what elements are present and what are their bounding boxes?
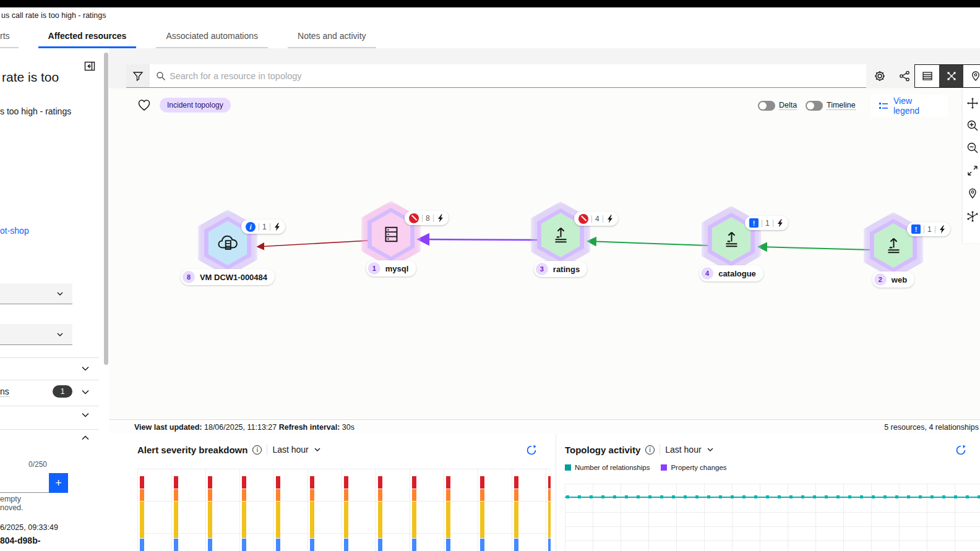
topology-canvas[interactable]: Incident topology Delta Timeline View le… (109, 88, 980, 419)
map-pin-icon (970, 70, 980, 82)
layout-icon[interactable] (966, 210, 979, 223)
divider (0, 406, 99, 406)
legend-item: Number of relationships (565, 464, 650, 471)
list-view-icon (922, 70, 933, 82)
search-input[interactable] (170, 64, 850, 87)
incident-subtitle-fragment: s too high - ratings (0, 106, 71, 116)
legend-swatch (661, 464, 667, 471)
count-badge: 1 (53, 385, 72, 398)
time-range-value: Last hour (665, 445, 701, 455)
view-switcher (914, 64, 980, 88)
node-label[interactable]: 3 ratings (534, 261, 587, 277)
tab-alerts[interactable]: rts (0, 25, 19, 48)
information-icon: ! (749, 218, 759, 228)
node-label[interactable]: 1 mysql (366, 260, 416, 276)
tag-input[interactable] (0, 473, 49, 493)
chart-title: Topology activity (565, 445, 640, 455)
refresh-value: 30s (340, 423, 355, 432)
accordion-chevron-up[interactable] (80, 433, 90, 443)
node-number: 2 (874, 273, 887, 286)
accordion-label-fragment[interactable]: ns (0, 387, 9, 397)
locate-icon[interactable] (966, 187, 979, 200)
app-window: us call rate is too high - ratings rts A… (0, 0, 980, 551)
node-name: web (892, 275, 907, 284)
lightning-icon (939, 225, 946, 234)
node-number: 8 (183, 271, 195, 283)
time-range-dropdown[interactable]: Last hour (272, 445, 320, 455)
node-alert-badge[interactable]: 4 (574, 211, 618, 226)
zoom-in-icon[interactable] (966, 119, 979, 132)
node-number: 1 (368, 262, 380, 275)
alert-count: 1 (262, 223, 267, 231)
map-view-button[interactable] (963, 65, 980, 87)
tab-notes-activity[interactable]: Notes and activity (288, 25, 376, 48)
node-name: catalogue (718, 269, 756, 278)
list-view-button[interactable] (915, 65, 939, 87)
node-name: VM DCW1-000484 (200, 273, 267, 282)
accordion-chevron-3[interactable] (80, 410, 90, 420)
info-icon[interactable]: i (645, 445, 655, 455)
char-counter: 0/250 (28, 460, 47, 469)
tab-associated-automations[interactable]: Associated automations (156, 25, 268, 48)
topology-node-ratings[interactable]: 4 3 ratings (511, 201, 610, 279)
node-number: 3 (536, 263, 548, 275)
topology-node-mysql[interactable]: 8 1 mysql (342, 200, 441, 278)
time-range-dropdown[interactable]: Last hour (665, 445, 713, 455)
filter-button[interactable] (126, 64, 150, 88)
alert-count: 1 (927, 225, 932, 234)
lightning-icon (776, 219, 784, 228)
os-top-bar (0, 0, 980, 7)
node-label[interactable]: 2 web (872, 271, 914, 288)
accordion-chevron-1[interactable] (80, 364, 90, 374)
helper-text-fragment: empty (0, 495, 21, 503)
sidebar-scrollbar[interactable] (104, 53, 108, 365)
node-alert-badge[interactable]: 8 (405, 211, 449, 225)
info-icon: i (246, 222, 256, 232)
search-icon (156, 71, 166, 81)
node-name: mysql (385, 264, 409, 273)
timestamp-fragment: 6/2025, 09:33:49 (0, 523, 58, 532)
alert-severity-plot (137, 469, 551, 551)
refresh-icon (955, 445, 966, 456)
refresh-button[interactable] (955, 445, 966, 456)
divider (0, 380, 99, 380)
chevron-down-icon (56, 331, 64, 338)
tab-affected-resources[interactable]: Affected resources (38, 25, 137, 48)
deploy-icon (882, 234, 905, 257)
topology-node-web[interactable]: ! 1 2 web (844, 211, 943, 289)
incident-title-fragment: rate is too (2, 69, 59, 85)
info-icon[interactable]: i (252, 445, 262, 455)
node-alert-badge[interactable]: ! 1 (907, 222, 950, 236)
share-button[interactable] (894, 66, 915, 87)
node-alert-badge[interactable]: ! 1 (745, 216, 788, 230)
gear-icon (874, 70, 886, 82)
resource-link[interactable]: ot-shop (0, 226, 29, 236)
sidebar-select-1[interactable] (0, 283, 72, 304)
helper-text-fragment: noved. (0, 503, 24, 512)
settings-button[interactable] (869, 66, 890, 87)
accordion-chevron-2[interactable] (80, 387, 90, 397)
add-tag-button[interactable]: + (49, 473, 68, 493)
node-alert-badge[interactable]: i 1 (241, 220, 285, 234)
deploy-icon (720, 228, 742, 250)
lightning-icon (273, 223, 281, 231)
database-icon (380, 223, 402, 246)
topology-node-catalogue[interactable]: ! 1 4 catalogue (682, 205, 781, 283)
node-label[interactable]: 8 VM DCW1-000484 (181, 269, 275, 285)
panel-collapse-icon[interactable] (84, 61, 95, 72)
refresh-button[interactable] (526, 445, 537, 456)
cloud-vm-icon (215, 231, 240, 255)
filter-icon (132, 70, 144, 82)
zoom-out-icon[interactable] (966, 142, 979, 154)
time-range-value: Last hour (272, 445, 308, 455)
topology-node-vm[interactable]: i 1 8 VM DCW1-000484 (178, 209, 277, 287)
tab-gap (268, 25, 288, 48)
topology-view-button[interactable] (939, 65, 963, 87)
move-icon[interactable] (966, 97, 979, 109)
topology-status-bar: View last updated: 18/06/2025, 11:13:27 … (109, 419, 980, 434)
divider (0, 357, 99, 358)
node-label[interactable]: 4 catalogue (699, 265, 763, 281)
fit-screen-icon[interactable] (966, 164, 979, 177)
tab-gap (136, 25, 156, 48)
sidebar-select-2[interactable] (0, 324, 72, 345)
